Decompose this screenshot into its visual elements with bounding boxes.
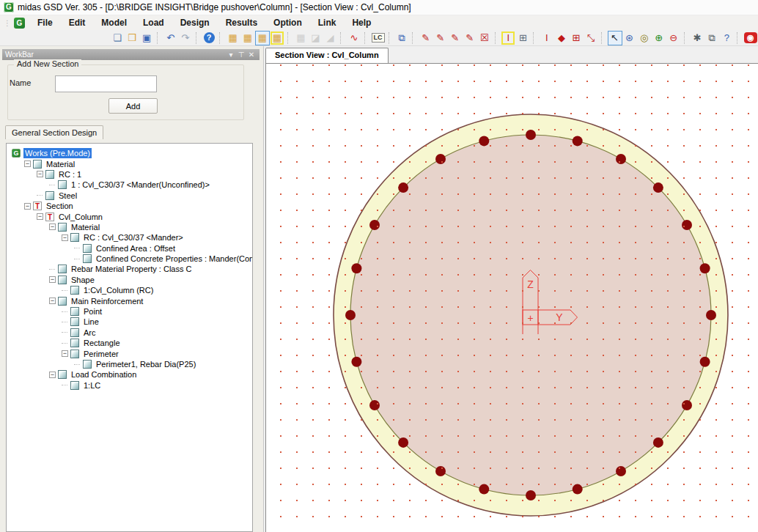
rebar-dot[interactable] bbox=[351, 263, 361, 273]
rebar-dot[interactable] bbox=[398, 182, 408, 193]
tree-item[interactable]: 1:Cvl_Column (RC) bbox=[9, 285, 251, 295]
tree-item[interactable]: −Material bbox=[9, 158, 251, 169]
menu-option[interactable]: Option bbox=[265, 15, 310, 30]
section-name-input[interactable] bbox=[55, 75, 157, 92]
workbar-close-button[interactable]: ✕ bbox=[246, 51, 257, 59]
help-button[interactable]: ? bbox=[202, 31, 216, 45]
add-rectangle-rebar-button[interactable]: ✎ bbox=[463, 31, 477, 45]
tree-item[interactable]: Perimeter1, Rebar Dia(P25) bbox=[9, 359, 251, 369]
add-arc-rebar-button[interactable]: ✎ bbox=[448, 31, 463, 45]
workbar-pin-button[interactable]: ⊤ bbox=[236, 51, 246, 59]
expander-icon[interactable]: − bbox=[24, 160, 31, 167]
section-manager-button[interactable]: ⊞ bbox=[515, 31, 530, 45]
rebar-dot[interactable] bbox=[351, 357, 361, 367]
menu-results[interactable]: Results bbox=[218, 15, 265, 30]
menu-link[interactable]: Link bbox=[310, 15, 345, 30]
tree-item[interactable]: Rectangle bbox=[9, 338, 251, 348]
rebar-dot[interactable] bbox=[653, 437, 663, 448]
tree-item[interactable]: Rebar Material Property : Class C bbox=[9, 264, 251, 274]
tree-item[interactable]: −Main Reinforcement bbox=[9, 295, 251, 306]
zoom-window-button[interactable]: ◎ bbox=[637, 31, 652, 45]
insert-shape-button[interactable]: ◆ bbox=[554, 31, 569, 45]
dynamic-view-button[interactable]: ⊛ bbox=[622, 31, 637, 45]
rebar-dot[interactable] bbox=[479, 484, 489, 495]
tree-item[interactable]: −TCvl_Column bbox=[9, 211, 251, 221]
save-file-button[interactable]: ▣ bbox=[139, 31, 154, 45]
insert-i-section-button[interactable]: I bbox=[540, 31, 554, 45]
rebar-dot[interactable] bbox=[526, 490, 536, 500]
tree-item[interactable]: −Perimeter bbox=[9, 348, 251, 358]
tree-item[interactable]: −Material bbox=[9, 222, 251, 232]
rebar-dot[interactable] bbox=[682, 400, 692, 410]
expander-icon[interactable]: − bbox=[37, 171, 43, 177]
expander-icon[interactable]: − bbox=[24, 203, 31, 210]
tree-item[interactable]: −Load Combination bbox=[9, 369, 251, 380]
open-file-button[interactable]: ❒ bbox=[125, 31, 139, 45]
select-rebar-button[interactable]: ☒ bbox=[477, 31, 492, 45]
tree-item[interactable]: −TSection bbox=[9, 201, 251, 211]
tree-item[interactable]: Confined Area : Offset bbox=[9, 243, 251, 254]
rebar-dot[interactable] bbox=[479, 136, 489, 146]
add-point-rebar-button[interactable]: ✎ bbox=[419, 31, 433, 45]
tree-item[interactable]: 1:LC bbox=[9, 380, 251, 391]
expander-icon[interactable]: − bbox=[49, 298, 56, 304]
stress-strain-curve-button[interactable]: ∿ bbox=[347, 31, 361, 45]
window-cascade-button[interactable]: ⧉ bbox=[704, 31, 719, 45]
grid-view-button[interactable]: ▦ bbox=[240, 31, 255, 45]
rebar-dot[interactable] bbox=[616, 466, 626, 476]
expander-icon[interactable]: − bbox=[49, 372, 56, 378]
tree-item[interactable]: −RC : Cvl_C30/37 <Mander> bbox=[9, 232, 251, 243]
expander-icon[interactable]: − bbox=[62, 350, 68, 357]
zoom-in-button[interactable]: ⊕ bbox=[652, 31, 666, 45]
expander-icon[interactable]: − bbox=[62, 234, 68, 241]
rebar-dot[interactable] bbox=[700, 263, 710, 273]
resize-section-button[interactable]: ⤡ bbox=[584, 31, 598, 45]
rebar-dot[interactable] bbox=[435, 466, 446, 476]
rebar-dot[interactable] bbox=[526, 130, 536, 140]
tree-item[interactable]: Arc bbox=[9, 328, 251, 338]
section-shape-button[interactable]: I bbox=[501, 31, 515, 45]
add-section-button[interactable]: Add bbox=[108, 98, 158, 114]
menu-help[interactable]: Help bbox=[344, 15, 379, 30]
select-arrow-button[interactable]: ↖ bbox=[608, 31, 622, 45]
redo-button[interactable]: ↷ bbox=[178, 31, 193, 45]
rebar-dot[interactable] bbox=[345, 310, 356, 320]
tree-item[interactable]: Point bbox=[9, 306, 251, 317]
rebar-dot[interactable] bbox=[573, 484, 583, 495]
rebar-dot[interactable] bbox=[616, 154, 626, 164]
tree-item[interactable]: GWorks (Pre.Mode) bbox=[9, 148, 251, 158]
tree-item[interactable]: Steel bbox=[9, 191, 251, 201]
add-line-rebar-button[interactable]: ✎ bbox=[433, 31, 448, 45]
general-section-designer-button[interactable]: ▦ bbox=[255, 31, 270, 45]
tab-general-section-design[interactable]: General Section Design bbox=[5, 125, 103, 139]
rebar-dot[interactable] bbox=[369, 400, 380, 410]
section-canvas[interactable]: Z Y + bbox=[265, 63, 758, 532]
rebar-dot[interactable] bbox=[682, 220, 692, 230]
rebar-dot[interactable] bbox=[398, 437, 408, 448]
zoom-out-button[interactable]: ⊖ bbox=[666, 31, 681, 45]
new-window-button[interactable]: ⧉ bbox=[394, 31, 409, 45]
works-tree-view-button[interactable]: ▦ bbox=[226, 31, 240, 45]
menu-model[interactable]: Model bbox=[93, 15, 135, 30]
rebar-dot[interactable] bbox=[435, 154, 446, 164]
rebar-dot[interactable] bbox=[700, 357, 710, 367]
menu-design[interactable]: Design bbox=[172, 15, 218, 30]
tree-item[interactable]: 1 : Cvl_C30/37 <Mander(Unconfined)> bbox=[9, 180, 251, 190]
rebar-dot[interactable] bbox=[369, 220, 380, 230]
display-option-button[interactable]: ✱ bbox=[690, 31, 704, 45]
rebar-dot[interactable] bbox=[706, 310, 716, 320]
load-combination-button[interactable]: LC bbox=[371, 31, 386, 45]
tree-item[interactable]: Confined Concrete Properties : Mander(Co… bbox=[9, 254, 251, 264]
midas-gsd-app-button[interactable]: ◉ bbox=[743, 31, 758, 45]
section-designer-alt-button[interactable]: ▦ bbox=[270, 31, 284, 45]
tab-section-view[interactable]: Section View : Cvl_Column bbox=[265, 48, 389, 63]
tree-item[interactable]: −Shape bbox=[9, 275, 251, 285]
tree-item[interactable]: Line bbox=[9, 317, 251, 327]
expander-icon[interactable]: − bbox=[49, 276, 56, 283]
rebar-dot[interactable] bbox=[573, 136, 583, 146]
workbar-menu-button[interactable]: ▾ bbox=[226, 51, 236, 59]
expander-icon[interactable]: − bbox=[37, 213, 43, 220]
move-section-button[interactable]: ⊞ bbox=[569, 31, 584, 45]
context-help-button[interactable]: ? bbox=[719, 31, 734, 45]
new-file-button[interactable]: ❏ bbox=[110, 31, 125, 45]
